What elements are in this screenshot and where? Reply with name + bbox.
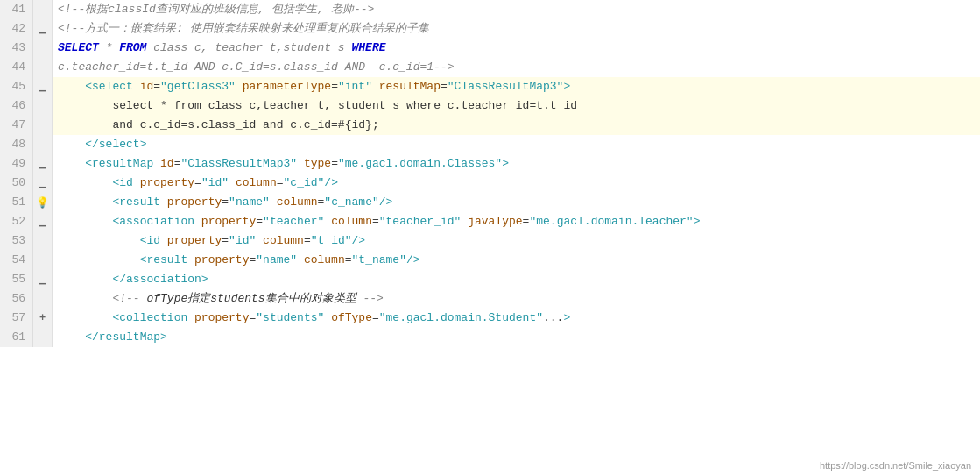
table-row: 45⎯ <select id="getClass3" parameterType… bbox=[0, 77, 980, 96]
bulb-icon[interactable]: 💡 bbox=[36, 196, 49, 210]
code-line-content: </select> bbox=[53, 135, 980, 154]
code-line-content: SELECT * FROM class c, teacher t,student… bbox=[53, 39, 980, 58]
line-number: 49 bbox=[0, 154, 33, 174]
line-number: 53 bbox=[0, 231, 33, 251]
table-row: 42⎯<!--方式一：嵌套结果: 使用嵌套结果映射来处理重复的联合结果的子集 bbox=[0, 19, 980, 39]
table-row: 56 <!-- ofType指定students集合中的对象类型 --> bbox=[0, 289, 980, 309]
code-line-content: <!--方式一：嵌套结果: 使用嵌套结果映射来处理重复的联合结果的子集 bbox=[53, 19, 980, 39]
table-row: 41<!--根据classId查询对应的班级信息, 包括学生, 老师--> bbox=[0, 0, 980, 19]
table-row: 47 and c.c_id=s.class_id and c.c_id=#{id… bbox=[0, 116, 980, 135]
gutter-icon bbox=[33, 289, 53, 309]
table-row: 54 <result property="name" column="t_nam… bbox=[0, 251, 980, 270]
line-number: 52 bbox=[0, 212, 33, 231]
code-line-content: <select id="getClass3" parameterType="in… bbox=[53, 77, 980, 96]
gutter-icon: + bbox=[33, 309, 53, 328]
gutter-icon: ⎯ bbox=[33, 77, 53, 96]
table-row: 61 </resultMap> bbox=[0, 328, 980, 347]
line-number: 46 bbox=[0, 96, 33, 116]
table-row: 46 select * from class c,teacher t, stud… bbox=[0, 96, 980, 116]
collapse-icon[interactable]: ⎯ bbox=[39, 158, 46, 170]
gutter-icon bbox=[33, 251, 53, 270]
table-row: 50⎯ <id property="id" column="c_id"/> bbox=[0, 174, 980, 193]
collapse-icon[interactable]: ⎯ bbox=[39, 216, 46, 228]
line-number: 54 bbox=[0, 251, 33, 270]
code-line-content: <result property="name" column="t_name"/… bbox=[53, 251, 980, 270]
code-line-content: c.teacher_id=t.t_id AND c.C_id=s.class_i… bbox=[53, 58, 980, 77]
gutter-icon: 💡 bbox=[33, 193, 53, 212]
code-line-content: and c.c_id=s.class_id and c.c_id=#{id}; bbox=[53, 116, 980, 135]
code-line-content: </resultMap> bbox=[53, 328, 980, 347]
gutter-icon: ⎯ bbox=[33, 154, 53, 174]
gutter-icon bbox=[33, 231, 53, 251]
gutter-icon: ⎯ bbox=[33, 19, 53, 39]
table-row: 52⎯ <association property="teacher" colu… bbox=[0, 212, 980, 231]
line-number: 51 bbox=[0, 193, 33, 212]
line-number: 50 bbox=[0, 174, 33, 193]
watermark: https://blog.csdn.net/Smile_xiaoyan bbox=[820, 460, 971, 471]
collapse-icon[interactable]: ⎯ bbox=[39, 177, 46, 189]
gutter-icon bbox=[33, 0, 53, 19]
code-line-content: <result property="name" column="c_name"/… bbox=[53, 193, 980, 212]
gutter-icon bbox=[33, 135, 53, 154]
line-number: 42 bbox=[0, 19, 33, 39]
line-number: 57 bbox=[0, 309, 33, 328]
code-line-content: <!--根据classId查询对应的班级信息, 包括学生, 老师--> bbox=[53, 0, 980, 19]
line-number: 56 bbox=[0, 289, 33, 309]
line-number: 55 bbox=[0, 270, 33, 289]
table-row: 57+ <collection property="students" ofTy… bbox=[0, 309, 980, 328]
code-line-content: </association> bbox=[53, 270, 980, 289]
code-line-content: <id property="id" column="t_id"/> bbox=[53, 231, 980, 251]
collapse-icon[interactable]: ⎯ bbox=[39, 274, 46, 286]
line-number: 48 bbox=[0, 135, 33, 154]
line-number: 43 bbox=[0, 39, 33, 58]
code-line-content: <association property="teacher" column="… bbox=[53, 212, 980, 231]
code-editor: 41<!--根据classId查询对应的班级信息, 包括学生, 老师-->42⎯… bbox=[0, 0, 980, 476]
gutter-icon: ⎯ bbox=[33, 174, 53, 193]
line-number: 44 bbox=[0, 58, 33, 77]
table-row: 44c.teacher_id=t.t_id AND c.C_id=s.class… bbox=[0, 58, 980, 77]
gutter-icon bbox=[33, 328, 53, 347]
gutter-icon: ⎯ bbox=[33, 270, 53, 289]
code-line-content: <!-- ofType指定students集合中的对象类型 --> bbox=[53, 289, 980, 309]
code-line-content: <collection property="students" ofType="… bbox=[53, 309, 980, 328]
code-line-content: select * from class c,teacher t, student… bbox=[53, 96, 980, 116]
table-row: 48 </select> bbox=[0, 135, 980, 154]
line-number: 41 bbox=[0, 0, 33, 19]
code-line-content: <id property="id" column="c_id"/> bbox=[53, 174, 980, 193]
collapse-icon[interactable]: ⎯ bbox=[39, 81, 46, 93]
line-number: 61 bbox=[0, 328, 33, 347]
code-lines: 41<!--根据classId查询对应的班级信息, 包括学生, 老师-->42⎯… bbox=[0, 0, 980, 476]
code-line-content: <resultMap id="ClassResultMap3" type="me… bbox=[53, 154, 980, 174]
gutter-icon bbox=[33, 58, 53, 77]
line-number: 45 bbox=[0, 77, 33, 96]
gutter-icon bbox=[33, 116, 53, 135]
collapse-icon[interactable]: ⎯ bbox=[39, 23, 46, 35]
gutter-icon bbox=[33, 96, 53, 116]
line-number: 47 bbox=[0, 116, 33, 135]
table-row: 55⎯ </association> bbox=[0, 270, 980, 289]
gutter-icon: ⎯ bbox=[33, 212, 53, 231]
table-row: 53 <id property="id" column="t_id"/> bbox=[0, 231, 980, 251]
table-row: 43SELECT * FROM class c, teacher t,stude… bbox=[0, 39, 980, 58]
table-row: 51💡 <result property="name" column="c_na… bbox=[0, 193, 980, 212]
gutter-icon bbox=[33, 39, 53, 58]
table-row: 49⎯ <resultMap id="ClassResultMap3" type… bbox=[0, 154, 980, 174]
expand-icon[interactable]: + bbox=[39, 312, 46, 324]
